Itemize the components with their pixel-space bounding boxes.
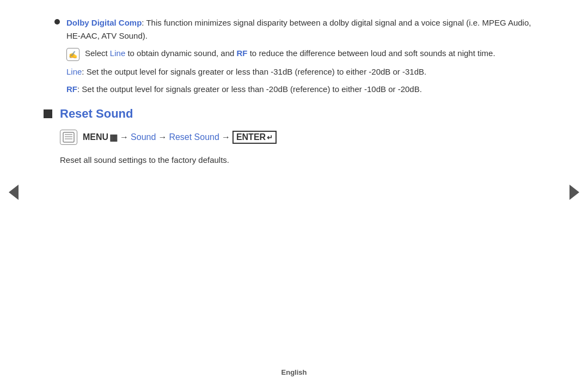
- rf-text: : Set the output level for signals great…: [77, 84, 422, 94]
- menu-icon: [60, 130, 77, 145]
- content-area: Dolby Digital Comp: This function minimi…: [0, 0, 588, 363]
- line-description: Line: Set the output level for signals g…: [66, 65, 544, 78]
- reset-sound-header: Reset Sound: [44, 107, 544, 121]
- note-select-text: Select: [85, 48, 110, 58]
- reset-link: Reset Sound: [169, 132, 219, 142]
- note-end-text: to reduce the difference between loud an…: [248, 48, 495, 58]
- dolby-label: Dolby Digital Comp: [66, 18, 142, 27]
- note-line-label: Line: [110, 48, 125, 58]
- sound-link: Sound: [131, 132, 156, 142]
- reset-sound-title: Reset Sound: [60, 107, 133, 121]
- line-text: : Set the output level for signals great…: [82, 67, 426, 76]
- black-square-icon: [44, 109, 52, 118]
- line-label: Line: [66, 67, 82, 76]
- arrow2: →: [158, 132, 167, 142]
- enter-box: ENTER↵: [232, 131, 277, 144]
- svg-rect-0: [63, 132, 74, 142]
- reset-description: Reset all sound settings to the factory …: [60, 154, 544, 167]
- note-text: Select Line to obtain dynamic sound, and…: [85, 47, 495, 60]
- enter-arrow-icon: ↵: [267, 133, 273, 142]
- note-icon: ✍: [66, 48, 79, 61]
- note-row: ✍ Select Line to obtain dynamic sound, a…: [66, 47, 544, 61]
- reset-sound-section: Reset Sound MENU ▦ → Sound → Reset Sou: [44, 107, 544, 167]
- note-mid-text: to obtain dynamic sound, and: [125, 48, 236, 58]
- bullet-section: Dolby Digital Comp: This function minimi…: [44, 16, 544, 96]
- footer: English: [0, 363, 588, 384]
- arrow3: →: [222, 132, 230, 142]
- menu-symbol: ▦: [109, 132, 118, 143]
- arrow1: →: [120, 132, 128, 142]
- note-rf-label: RF: [237, 48, 248, 58]
- bullet-item-text: Dolby Digital Comp: This function minimi…: [66, 16, 544, 42]
- footer-language: English: [281, 368, 307, 376]
- enter-label: ENTER: [236, 132, 266, 142]
- bullet-dot: [54, 19, 60, 25]
- rf-description: RF: Set the output level for signals gre…: [66, 83, 544, 96]
- menu-label: MENU: [83, 132, 108, 142]
- page-container: Dolby Digital Comp: This function minimi…: [0, 0, 588, 384]
- bullet-item-dolby: Dolby Digital Comp: This function minimi…: [54, 16, 544, 42]
- rf-label: RF: [66, 84, 77, 94]
- menu-instruction-row: MENU ▦ → Sound → Reset Sound → ENTER↵: [60, 130, 544, 145]
